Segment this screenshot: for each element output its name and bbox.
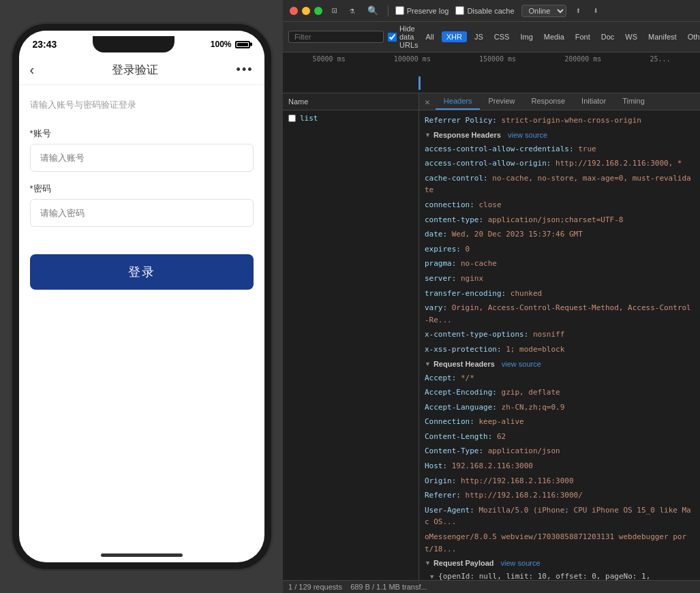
filter-tab-manifest[interactable]: Manifest — [645, 31, 680, 42]
resp-header-12: x-xss-protection: 1; mode=block — [425, 342, 695, 357]
resp-val-7: no-cache — [461, 259, 497, 268]
tab-timing[interactable]: Timing — [614, 93, 653, 110]
traffic-lights — [290, 7, 322, 15]
hide-data-urls-label[interactable]: Hide data URLs — [388, 25, 419, 49]
filter-tab-css[interactable]: CSS — [491, 31, 513, 42]
req-key-8: Referer: — [425, 491, 461, 500]
req-header-1: Accept-Encoding: gzip, deflate — [425, 385, 695, 400]
panel-close-button[interactable]: ✕ — [419, 94, 436, 110]
payload-section-title[interactable]: ▼ Request Payload view source — [425, 556, 695, 570]
response-headers-view-source[interactable]: view source — [508, 131, 547, 139]
account-input[interactable] — [30, 144, 254, 172]
account-field: *账号 — [30, 127, 254, 172]
req-val-10: oMessenger/8.0.5 webview/170308588712031… — [425, 532, 686, 553]
resp-header-8: server: nginx — [425, 271, 695, 286]
devtools-filter-icon[interactable]: ⚗ — [347, 4, 358, 17]
download-icon[interactable]: ⬇ — [590, 4, 601, 17]
list-item-link[interactable]: list — [300, 114, 318, 123]
preserve-log-checkbox[interactable] — [395, 6, 404, 15]
preserve-log-label[interactable]: Preserve log — [395, 6, 449, 15]
resp-val-9: chunked — [511, 289, 542, 298]
timeline-label-1: 50000 ms — [313, 55, 346, 63]
resp-key-0: access-control-allow-credentials: — [425, 145, 574, 153]
response-headers-triangle: ▼ — [425, 132, 431, 138]
headers-content: Referrer Policy: strict-origin-when-cros… — [419, 110, 700, 580]
back-button[interactable]: ‹ — [30, 62, 35, 78]
referrer-policy-key: Referrer Policy: — [425, 116, 497, 125]
devtools-main: Name list ✕ Headers Preview Response Ini… — [283, 93, 700, 580]
resp-key-1: access-control-allow-origin: — [425, 159, 551, 168]
tab-response[interactable]: Response — [523, 93, 574, 110]
app-title: 登录验证 — [112, 62, 158, 78]
resp-val-11: nosniff — [533, 330, 564, 339]
tab-preview[interactable]: Preview — [480, 93, 523, 110]
disable-cache-checkbox[interactable] — [455, 6, 464, 15]
resp-header-9: transfer-encoding: chunked — [425, 286, 695, 301]
close-window-button[interactable] — [290, 7, 298, 15]
filter-tab-all[interactable]: All — [423, 31, 438, 42]
payload-top-line-text: {openId: null, limit: 10, offset: 0, pag… — [430, 572, 650, 580]
name-list-item[interactable]: list — [283, 110, 419, 126]
minimize-window-button[interactable] — [302, 7, 310, 15]
payload-label: Request Payload — [433, 559, 494, 567]
filter-tab-font[interactable]: Font — [572, 31, 594, 42]
devtools-search-icon[interactable]: 🔍 — [365, 4, 381, 17]
topbar-separator-1 — [388, 5, 389, 16]
filter-tab-xhr[interactable]: XHR — [442, 31, 467, 42]
more-menu-button[interactable]: ••• — [237, 63, 254, 77]
resp-key-3: connection: — [425, 200, 474, 209]
name-list-header: Name — [283, 93, 419, 110]
filter-tab-other[interactable]: Other — [684, 31, 700, 42]
resp-val-3: close — [478, 200, 501, 209]
req-val-3: keep-alive — [478, 417, 523, 426]
timeline-label-3: 150000 ms — [479, 55, 516, 63]
hide-data-urls-checkbox[interactable] — [388, 33, 397, 42]
devtools-panel: ⊡ ⚗ 🔍 Preserve log Disable cache Online … — [283, 0, 700, 593]
list-item-checkbox[interactable] — [288, 115, 296, 122]
req-key-2: Accept-Language: — [425, 403, 497, 412]
request-headers-section-title[interactable]: ▼ Request Headers view source — [425, 357, 695, 371]
upload-icon[interactable]: ⬆ — [573, 4, 584, 17]
req-key-9: User-Agent: — [425, 506, 474, 515]
payload-expand-icon: ▼ — [430, 573, 433, 580]
timeline-area: 50000 ms 100000 ms 150000 ms 200000 ms 2… — [283, 52, 700, 93]
filter-tab-img[interactable]: Img — [517, 31, 536, 42]
filter-input[interactable] — [288, 31, 384, 43]
network-name-list: Name list — [283, 93, 419, 580]
login-button[interactable]: 登录 — [30, 254, 254, 290]
req-header-7: Origin: http://192.168.2.116:3000 — [425, 474, 695, 489]
resp-key-11: x-content-type-options: — [425, 330, 528, 339]
tab-initiator[interactable]: Initiator — [573, 93, 614, 110]
home-indicator — [101, 553, 183, 557]
resp-key-9: transfer-encoding: — [425, 289, 506, 298]
timeline-marker — [419, 76, 421, 90]
battery-icon — [235, 41, 250, 48]
phone-time: 23:43 — [33, 39, 57, 50]
resp-header-11: x-content-type-options: nosniff — [425, 327, 695, 342]
devtools-toggle-icon[interactable]: ⊡ — [329, 4, 340, 17]
tab-headers[interactable]: Headers — [436, 93, 481, 110]
payload-view-source[interactable]: view source — [501, 559, 541, 567]
response-headers-section-title[interactable]: ▼ Response Headers view source — [425, 128, 695, 142]
phone-content: 请输入账号与密码验证登录 *账号 *密码 登录 — [19, 85, 264, 303]
preserve-log-text: Preserve log — [407, 7, 449, 15]
resp-val-8: nginx — [461, 274, 483, 283]
devtools-topbar: ⊡ ⚗ 🔍 Preserve log Disable cache Online … — [283, 0, 700, 22]
filter-tab-js[interactable]: JS — [471, 31, 487, 42]
resp-header-7: pragma: no-cache — [425, 256, 695, 271]
filter-tab-media[interactable]: Media — [541, 31, 568, 42]
req-header-10: oMessenger/8.0.5 webview/170308588712031… — [425, 530, 695, 556]
password-input[interactable] — [30, 199, 254, 227]
request-headers-view-source[interactable]: view source — [502, 360, 541, 368]
filter-tab-doc[interactable]: Doc — [598, 31, 618, 42]
disable-cache-label[interactable]: Disable cache — [455, 6, 514, 15]
maximize-window-button[interactable] — [314, 7, 322, 15]
filter-tab-ws[interactable]: WS — [622, 31, 641, 42]
req-key-7: Origin: — [425, 476, 456, 485]
req-val-2: zh-CN,zh;q=0.9 — [502, 403, 565, 412]
throttle-select[interactable]: Online — [521, 5, 566, 17]
resp-val-12: 1; mode=block — [506, 345, 564, 354]
req-val-5: application/json — [488, 446, 560, 455]
referrer-policy-row: Referrer Policy: strict-origin-when-cros… — [425, 113, 695, 128]
req-val-6: 192.168.2.116:3000 — [452, 461, 533, 470]
